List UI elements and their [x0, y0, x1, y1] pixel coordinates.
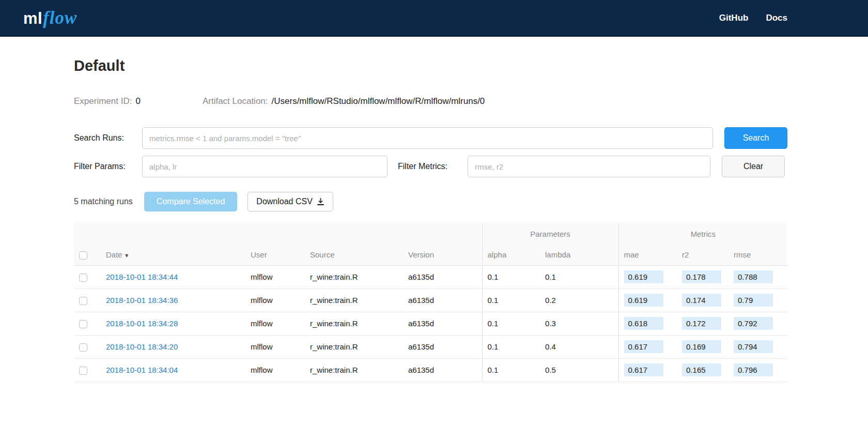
metric-rmse-cell: 0.79	[729, 289, 787, 312]
download-csv-label: Download CSV	[256, 197, 313, 206]
download-icon	[317, 198, 324, 206]
run-version-cell: a6135d	[403, 289, 482, 312]
run-date-link[interactable]: 2018-10-01 18:34:28	[106, 319, 178, 328]
param-lambda-cell: 0.1	[540, 265, 618, 289]
metric-mae-value: 0.618	[624, 317, 663, 330]
group-header-metrics: Metrics	[618, 223, 787, 245]
nav-link-docs[interactable]: Docs	[766, 13, 787, 23]
metric-r2-cell: 0.172	[677, 312, 729, 335]
table-header: Parameters Metrics Date▼ User Source Ver…	[74, 223, 787, 265]
search-runs-row: Search Runs: Search	[74, 127, 787, 149]
metric-mae-value: 0.617	[624, 363, 663, 376]
row-checkbox[interactable]	[79, 297, 87, 305]
run-date-cell: 2018-10-01 18:34:20	[101, 335, 245, 358]
run-version-cell: a6135d	[403, 312, 482, 335]
column-header-mae[interactable]: mae	[618, 245, 677, 265]
metric-rmse-value: 0.794	[734, 340, 773, 353]
metric-r2-cell: 0.178	[677, 265, 729, 289]
run-date-link[interactable]: 2018-10-01 18:34:44	[106, 272, 178, 281]
sort-desc-icon: ▼	[124, 252, 130, 259]
run-user-cell: mlflow	[245, 335, 305, 358]
table-row: 2018-10-01 18:34:36mlflowr_wine:train.Ra…	[74, 289, 787, 312]
runs-table: Parameters Metrics Date▼ User Source Ver…	[74, 223, 787, 382]
row-select-cell	[74, 289, 101, 312]
metric-rmse-cell: 0.792	[729, 312, 787, 335]
run-date-cell: 2018-10-01 18:34:04	[101, 358, 245, 382]
filter-params-label: Filter Params:	[74, 162, 142, 171]
table-row: 2018-10-01 18:34:44mlflowr_wine:train.Ra…	[74, 265, 787, 289]
metric-mae-value: 0.619	[624, 294, 663, 307]
search-runs-input[interactable]	[142, 127, 713, 149]
run-date-link[interactable]: 2018-10-01 18:34:20	[106, 342, 178, 351]
clear-button[interactable]: Clear	[722, 156, 785, 177]
run-date-cell: 2018-10-01 18:34:28	[101, 312, 245, 335]
group-header-parameters: Parameters	[482, 223, 618, 245]
run-date-cell: 2018-10-01 18:34:44	[101, 265, 245, 289]
column-header-alpha[interactable]: alpha	[482, 245, 540, 265]
column-header-rmse[interactable]: rmse	[729, 245, 787, 265]
nav-link-github[interactable]: GitHub	[719, 13, 749, 23]
select-all-cell	[74, 245, 101, 265]
row-checkbox[interactable]	[79, 320, 87, 328]
column-header-source[interactable]: Source	[305, 245, 403, 265]
run-version-cell: a6135d	[403, 265, 482, 289]
run-user-cell: mlflow	[245, 312, 305, 335]
run-source-cell: r_wine:train.R	[305, 335, 403, 358]
run-date-link[interactable]: 2018-10-01 18:34:36	[106, 296, 178, 305]
row-checkbox[interactable]	[79, 367, 87, 375]
param-alpha-cell: 0.1	[482, 265, 540, 289]
column-header-version[interactable]: Version	[403, 245, 482, 265]
artifact-location-label: Artifact Location:	[203, 96, 268, 107]
page-title: Default	[74, 57, 787, 74]
param-lambda-cell: 0.5	[540, 358, 618, 382]
run-user-cell: mlflow	[245, 358, 305, 382]
run-date-cell: 2018-10-01 18:34:36	[101, 289, 245, 312]
mlflow-logo[interactable]: ml flow	[23, 8, 77, 28]
search-area: Search Runs: Search Filter Params: Filte…	[74, 127, 787, 177]
row-checkbox[interactable]	[79, 274, 87, 282]
column-header-row: Date▼ User Source Version alpha lambda m…	[74, 245, 787, 265]
param-alpha-cell: 0.1	[482, 289, 540, 312]
artifact-location-value: /Users/mlflow/RStudio/mlflow/mlflow/R/ml…	[272, 96, 485, 107]
experiment-id-value: 0	[135, 96, 140, 107]
metric-mae-value: 0.617	[624, 340, 663, 353]
metric-r2-cell: 0.174	[677, 289, 729, 312]
row-select-cell	[74, 312, 101, 335]
search-runs-label: Search Runs:	[74, 133, 142, 143]
artifact-location: Artifact Location: /Users/mlflow/RStudio…	[203, 96, 485, 107]
column-header-date[interactable]: Date▼	[101, 245, 245, 265]
experiment-id: Experiment ID: 0	[74, 96, 141, 107]
row-checkbox[interactable]	[79, 343, 87, 352]
column-header-r2[interactable]: r2	[677, 245, 729, 265]
download-csv-button[interactable]: Download CSV	[247, 192, 333, 211]
param-lambda-cell: 0.2	[540, 289, 618, 312]
metric-rmse-cell: 0.788	[729, 265, 787, 289]
experiment-id-label: Experiment ID:	[74, 96, 132, 107]
row-select-cell	[74, 358, 101, 382]
group-header-spacer	[74, 223, 482, 245]
navbar-links: GitHub Docs	[719, 13, 787, 23]
search-button[interactable]: Search	[724, 127, 787, 149]
top-navbar: ml flow GitHub Docs	[0, 0, 868, 37]
metric-mae-value: 0.619	[624, 270, 663, 283]
run-date-link[interactable]: 2018-10-01 18:34:04	[106, 366, 178, 374]
metric-r2-cell: 0.169	[677, 335, 729, 358]
select-all-checkbox[interactable]	[79, 251, 87, 260]
run-source-cell: r_wine:train.R	[305, 289, 403, 312]
column-header-lambda[interactable]: lambda	[540, 245, 618, 265]
param-alpha-cell: 0.1	[482, 335, 540, 358]
metric-r2-value: 0.178	[682, 270, 721, 283]
column-header-user[interactable]: User	[245, 245, 305, 265]
filter-params-input[interactable]	[142, 156, 388, 177]
group-header-row: Parameters Metrics	[74, 223, 787, 245]
filter-metrics-label: Filter Metrics:	[398, 162, 468, 171]
metric-mae-cell: 0.619	[618, 289, 677, 312]
run-version-cell: a6135d	[403, 335, 482, 358]
compare-selected-button[interactable]: Compare Selected	[144, 192, 238, 211]
metric-rmse-cell: 0.794	[729, 335, 787, 358]
filter-row: Filter Params: Filter Metrics: Clear	[74, 156, 787, 177]
row-select-cell	[74, 335, 101, 358]
metric-mae-cell: 0.618	[618, 312, 677, 335]
row-select-cell	[74, 265, 101, 289]
filter-metrics-input[interactable]	[468, 156, 710, 177]
